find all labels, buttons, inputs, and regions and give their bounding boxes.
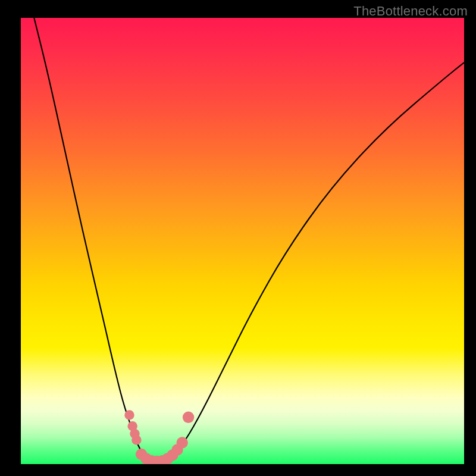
marker-right-outlier	[183, 412, 194, 423]
marker-left-cluster-1	[124, 410, 134, 419]
marker-right-rise-2	[177, 437, 188, 448]
plot-area	[21, 18, 464, 464]
curve-layer	[21, 18, 464, 464]
marker-layer	[124, 410, 194, 464]
bottleneck-curve	[34, 18, 464, 462]
chart-frame: TheBottleneck.com	[0, 0, 476, 476]
watermark-text: TheBottleneck.com	[353, 4, 468, 19]
marker-left-cluster-4	[131, 435, 141, 444]
